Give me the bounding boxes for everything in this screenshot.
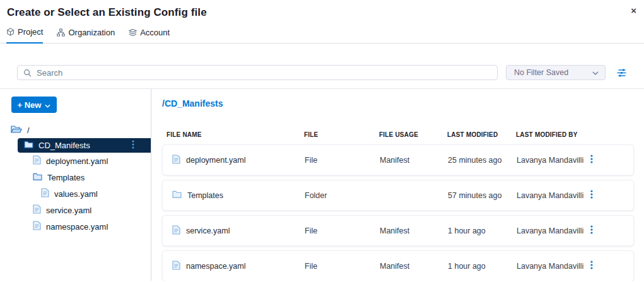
chevron-down-icon <box>592 68 599 77</box>
file-icon <box>33 221 41 232</box>
file-name: service.yaml <box>186 226 230 235</box>
file-icon <box>172 225 180 237</box>
organization-icon <box>57 28 65 37</box>
table-row[interactable]: service.yaml File Manifest 1 hour ago La… <box>162 215 634 246</box>
tree-item-label: CD_Manifests <box>38 141 90 150</box>
tree-item-cd-manifests[interactable]: CD_Manifests <box>18 138 151 153</box>
file-name: Templates <box>187 191 223 200</box>
last-modified-by: Lavanya Mandavilli <box>517 191 587 200</box>
column-header-file-name: FILE NAME <box>162 131 304 138</box>
tree-item-label: Templates <box>47 173 85 182</box>
file-icon <box>41 188 49 199</box>
file-icon <box>33 204 41 216</box>
chevron-down-icon <box>45 100 50 110</box>
tree-item-label: namespace.yaml <box>46 222 108 232</box>
column-header-file-usage: FILE USAGE <box>379 131 447 138</box>
close-icon[interactable]: × <box>631 6 636 15</box>
kebab-menu-icon[interactable] <box>587 153 596 167</box>
file-usage: Manifest <box>380 226 448 235</box>
tree-item-templates[interactable]: Templates <box>0 169 151 185</box>
tab-label: Organization <box>68 28 115 37</box>
file-usage: Manifest <box>380 262 448 271</box>
column-header-last-modified: LAST MODIFIED <box>447 131 516 138</box>
tree-item-label: deployment.yaml <box>46 156 108 166</box>
folder-icon <box>172 191 182 200</box>
last-modified-by: Lavanya Mandavilli <box>517 156 587 165</box>
last-modified-by: Lavanya Mandavilli <box>517 226 587 235</box>
file-icon <box>172 155 180 166</box>
last-modified: 1 hour ago <box>448 226 517 235</box>
file-list-panel: /CD_Manifests FILE NAME FILE FILE USAGE … <box>151 89 644 281</box>
last-modified: 1 hour ago <box>448 262 517 271</box>
file-tree: / CD_Manifests deployment.yaml <box>0 122 151 235</box>
file-type: File <box>305 156 380 165</box>
tree-item-service-yaml[interactable]: service.yaml <box>0 202 151 218</box>
search-input[interactable] <box>17 65 498 80</box>
file-list: deployment.yaml File Manifest 25 minutes… <box>162 144 634 281</box>
last-modified-by: Lavanya Mandavilli <box>517 262 587 271</box>
kebab-menu-icon[interactable] <box>587 224 596 237</box>
account-icon <box>129 28 137 37</box>
tree-item-values-yaml[interactable]: values.yaml <box>0 185 151 202</box>
page-title: Create or Select an Existing Config file <box>7 6 635 19</box>
last-modified: 57 minutes ago <box>448 191 517 200</box>
tab-label: Account <box>140 28 170 37</box>
file-icon <box>172 261 180 272</box>
saved-filter-value: No Filter Saved <box>514 68 568 77</box>
new-button-label: + New <box>18 100 42 110</box>
file-name: deployment.yaml <box>186 156 246 165</box>
tree-item-label: values.yaml <box>54 189 98 199</box>
table-row[interactable]: deployment.yaml File Manifest 25 minutes… <box>162 144 634 175</box>
file-type: File <box>305 262 380 271</box>
tab-project[interactable]: Project <box>6 27 43 44</box>
tab-label: Project <box>18 27 43 37</box>
table-row[interactable]: Templates Folder 57 minutes ago Lavanya … <box>162 180 634 211</box>
file-type: Folder <box>305 191 380 200</box>
scope-tabs: Project Organization Account <box>0 27 644 44</box>
column-header-file: FILE <box>304 131 379 138</box>
project-icon <box>6 28 15 36</box>
tab-account[interactable]: Account <box>129 27 170 43</box>
file-tree-sidebar: + New / CD_Manifests <box>0 89 151 281</box>
open-folder-icon <box>11 125 22 136</box>
tree-item-label: / <box>27 126 30 135</box>
search-icon <box>23 68 32 79</box>
toolbar: No Filter Saved <box>17 65 634 80</box>
last-modified: 25 minutes ago <box>448 156 517 165</box>
saved-filter-select[interactable]: No Filter Saved <box>506 65 606 80</box>
tree-item-root[interactable]: / <box>0 122 151 138</box>
breadcrumb[interactable]: /CD_Manifests <box>162 98 634 109</box>
file-name: namespace.yaml <box>186 262 246 271</box>
dialog-body: + New / CD_Manifests <box>0 89 644 281</box>
table-header-row: FILE NAME FILE FILE USAGE LAST MODIFIED … <box>162 131 634 138</box>
kebab-menu-icon[interactable] <box>129 139 143 152</box>
tree-item-deployment-yaml[interactable]: deployment.yaml <box>0 153 151 169</box>
search-box <box>17 65 498 80</box>
tree-item-label: service.yaml <box>46 206 91 215</box>
folder-icon <box>33 173 42 182</box>
new-button[interactable]: + New <box>11 97 57 113</box>
filter-sliders-icon[interactable] <box>616 68 627 78</box>
file-icon <box>33 155 41 167</box>
file-type: File <box>305 226 380 235</box>
tab-organization[interactable]: Organization <box>57 27 115 43</box>
folder-icon <box>24 141 33 150</box>
file-usage: Manifest <box>380 156 448 165</box>
column-header-last-modified-by: LAST MODIFIED BY <box>516 131 587 138</box>
modal-header: Create or Select an Existing Config file… <box>0 0 644 19</box>
tree-item-namespace-yaml[interactable]: namespace.yaml <box>0 218 151 235</box>
table-row[interactable]: namespace.yaml File Manifest 1 hour ago … <box>162 250 634 281</box>
kebab-menu-icon[interactable] <box>587 189 596 202</box>
kebab-menu-icon[interactable] <box>587 259 596 273</box>
